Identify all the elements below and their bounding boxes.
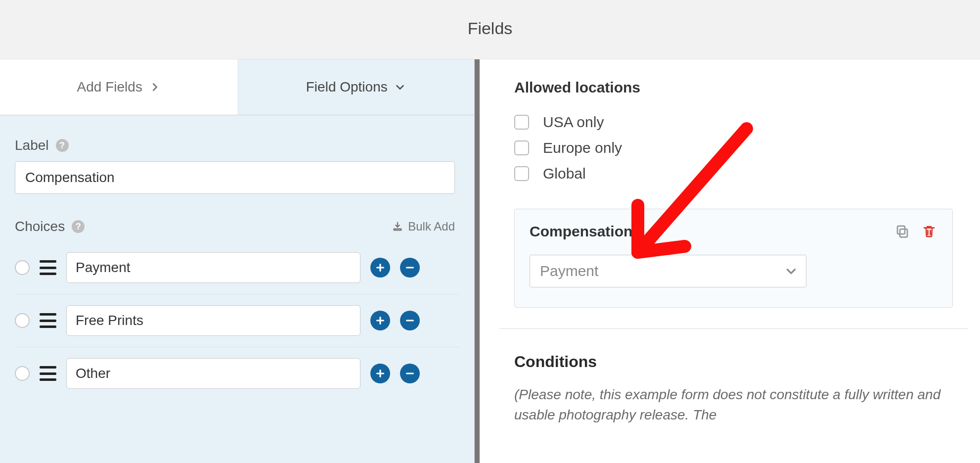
field-actions [894, 223, 937, 240]
select-text: Payment [540, 263, 598, 279]
field-preview-card[interactable]: Compensation Payment [514, 209, 953, 308]
choice-input[interactable] [66, 252, 360, 283]
help-icon[interactable]: ? [72, 220, 85, 233]
tab-field-options-label: Field Options [306, 79, 388, 95]
bulk-add-label: Bulk Add [408, 220, 455, 233]
duplicate-button[interactable] [894, 223, 911, 240]
choice-row [15, 241, 459, 294]
page-title: Fields [0, 0, 980, 59]
checkbox-row: Europe only [514, 139, 953, 156]
select-value: Payment [530, 255, 806, 287]
help-icon[interactable]: ? [56, 139, 69, 152]
checkbox-input[interactable] [514, 166, 529, 181]
copy-icon [895, 224, 910, 239]
default-choice-radio[interactable] [15, 260, 30, 275]
svg-rect-1 [897, 226, 905, 234]
field-label-input[interactable] [15, 161, 455, 194]
label-section-header: Label ? [15, 138, 459, 153]
add-choice-button[interactable] [370, 258, 390, 278]
minus-icon [404, 368, 415, 379]
section-divider [499, 328, 968, 329]
checkbox-input[interactable] [514, 115, 529, 130]
checkbox-label: Europe only [543, 139, 622, 156]
checkbox-row: Global [514, 165, 953, 182]
bulk-add-button[interactable]: Bulk Add [392, 220, 455, 233]
choices-section-text: Choices [15, 219, 65, 234]
choice-input[interactable] [66, 305, 360, 336]
minus-icon [404, 315, 415, 326]
field-options-panel: Add Fields Field Options Label ? Choices [0, 59, 475, 463]
checkbox-label: USA only [543, 114, 604, 131]
chevron-down-icon [395, 82, 405, 93]
plus-icon [375, 315, 386, 326]
remove-choice-button[interactable] [400, 364, 420, 383]
delete-button[interactable] [921, 223, 937, 240]
choice-input[interactable] [66, 358, 360, 389]
drag-handle-icon[interactable] [40, 313, 56, 328]
label-section-text: Label [15, 138, 49, 153]
checkbox-input[interactable] [514, 140, 529, 155]
tab-field-options[interactable]: Field Options [237, 59, 475, 115]
chevron-right-icon [149, 82, 160, 93]
drag-handle-icon[interactable] [40, 260, 56, 275]
panel-divider[interactable] [475, 59, 480, 463]
add-choice-button[interactable] [370, 311, 390, 330]
trash-icon [922, 224, 936, 239]
form-preview-panel: Allowed locations USA only Europe only G… [480, 59, 980, 463]
default-choice-radio[interactable] [15, 313, 30, 328]
choice-row [15, 294, 459, 347]
checkbox-row: USA only [514, 114, 953, 131]
download-icon [392, 221, 403, 232]
drag-handle-icon[interactable] [40, 366, 56, 381]
minus-icon [404, 262, 415, 273]
plus-icon [375, 368, 386, 379]
panel-tabs: Add Fields Field Options [0, 59, 474, 115]
tab-add-fields[interactable]: Add Fields [0, 59, 237, 115]
svg-rect-0 [900, 229, 907, 237]
field-preview-title: Compensation [530, 223, 632, 240]
allowed-locations-title: Allowed locations [514, 79, 953, 96]
chevron-down-icon [785, 255, 798, 287]
default-choice-radio[interactable] [15, 366, 30, 381]
conditions-title: Conditions [514, 353, 953, 371]
conditions-note: (Please note, this example form does not… [514, 385, 953, 425]
compensation-select[interactable]: Payment [530, 255, 806, 287]
choice-row [15, 347, 459, 400]
choices-section-header: Choices ? [15, 219, 85, 234]
remove-choice-button[interactable] [400, 258, 420, 278]
checkbox-label: Global [543, 165, 586, 182]
add-choice-button[interactable] [370, 364, 390, 383]
page-title-text: Fields [468, 19, 513, 38]
tab-add-fields-label: Add Fields [77, 79, 142, 95]
plus-icon [375, 262, 386, 273]
remove-choice-button[interactable] [400, 311, 420, 330]
